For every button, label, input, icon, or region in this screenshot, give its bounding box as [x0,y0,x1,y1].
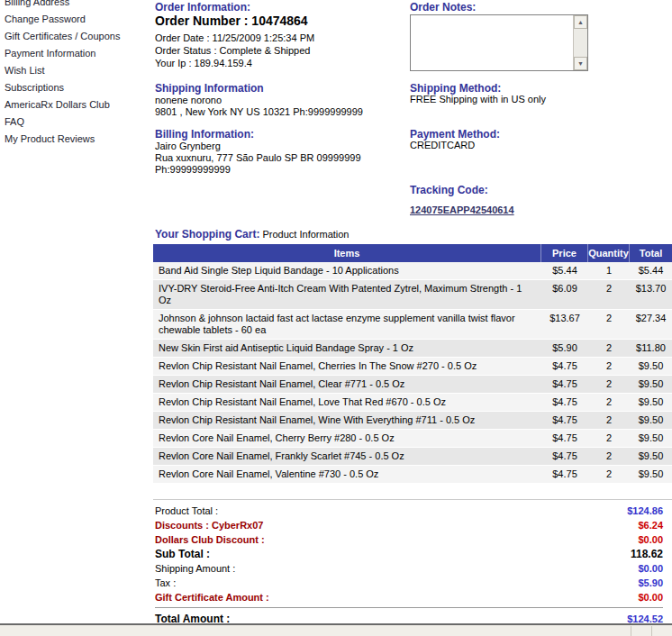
shipping-method-value: FREE Shipping with in US only [410,93,546,105]
totals-row: Shipping Amount :$0.00 [155,561,663,576]
item-name: Johnson & johnson lactaid fast act lacta… [153,310,541,339]
item-total: $5.44 [630,262,672,279]
item-quantity: 2 [588,310,630,339]
totals-value: $0.00 [638,561,663,576]
table-row: New Skin First aid Antiseptic Liquid Ban… [153,340,672,358]
item-name: Revlon Core Nail Enamel, Valentine #730 … [153,466,541,483]
item-price: $4.75 [541,394,588,411]
totals-value: $0.00 [638,590,663,604]
item-total: $13.70 [630,280,672,309]
order-totals: Product Total :$124.86Discounts : CyberR… [153,499,672,626]
column-total: Total [630,244,672,262]
item-quantity: 2 [588,376,630,393]
item-price: $4.75 [541,412,588,429]
totals-row: Product Total :$124.86 [155,504,663,518]
item-price: $5.90 [541,340,588,357]
sidebar-item[interactable]: Gift Certificates / Coupons [0,28,149,45]
tracking-code-link[interactable]: 124075EAPP42540614 [410,204,514,215]
item-total: $9.50 [630,412,672,429]
cart-subheading-label: Product Information [263,229,350,240]
table-row: Johnson & johnson lactaid fast act lacta… [153,310,672,340]
totals-value: $6.24 [638,518,663,532]
item-name: New Skin First aid Antiseptic Liquid Ban… [153,340,541,357]
notes-scrollbar[interactable]: ▲ ▼ [573,15,587,70]
table-row: Revlon Chip Resistant Nail Enamel, Cherr… [153,358,672,376]
totals-value: 118.62 [631,547,663,561]
totals-row: Gift Certificate Amount :$0.00 [155,590,663,604]
sidebar-item[interactable]: Wish List [0,62,149,79]
item-total: $9.50 [630,430,672,447]
sidebar-item[interactable]: Billing Address [0,0,149,11]
item-total: $9.50 [630,466,672,483]
item-name: Revlon Core Nail Enamel, Frankly Scarlet… [153,448,541,465]
billing-address: Rua xuxnuru, 777 São Paulo SP BR 0999999… [155,151,361,164]
status-bar-divider [631,626,631,636]
totals-label: Discounts : CyberRx07 [155,518,263,532]
order-notes-heading: Order Notes: [410,1,476,14]
totals-value: $0.00 [638,532,663,547]
item-quantity: 2 [588,340,630,357]
sidebar-item[interactable]: Payment Information [0,45,149,62]
item-price: $4.75 [541,448,588,465]
shipping-address: 9801 , New York NY US 10321 Ph:999999999… [155,105,363,118]
item-quantity: 1 [588,262,630,279]
order-date: Order Date : 11/25/2009 1:25:34 PM [155,32,314,44]
item-price: $4.75 [541,466,588,483]
order-status: Order Status : Complete & Shipped [155,44,310,57]
item-price: $6.09 [541,280,588,309]
totals-row: Dollars Club Discount :$0.00 [155,532,663,547]
scrollbar-up-icon[interactable]: ▲ [574,15,587,29]
column-price: Price [541,244,588,262]
order-notes-textarea[interactable]: ▲ ▼ [410,14,588,71]
table-row: Revlon Chip Resistant Nail Enamel, Wine … [153,412,672,430]
item-total: $9.50 [630,358,672,375]
column-items: Items [153,244,541,262]
sidebar-item[interactable]: My Product Reviews [0,131,149,148]
item-name: IVY-DRY Steroid-Free Anti-Itch Cream Wit… [153,280,541,309]
totals-label: Product Total : [155,504,218,518]
item-price: $4.75 [541,376,588,393]
scrollbar-down-icon[interactable]: ▼ [574,57,587,70]
item-name: Revlon Chip Resistant Nail Enamel, Clear… [153,376,541,393]
order-number: Order Number : 10474864 [155,14,308,28]
table-row: IVY-DRY Steroid-Free Anti-Itch Cream Wit… [153,280,672,310]
table-row: Revlon Chip Resistant Nail Enamel, Clear… [153,376,672,394]
totals-label: Gift Certificate Amount : [155,590,269,604]
item-quantity: 2 [588,430,630,447]
sidebar-item[interactable]: AmericaRx Dollars Club [0,96,149,114]
cart-table: Items Price Quantity Total Band Aid Sing… [153,244,672,484]
item-quantity: 2 [588,394,630,411]
item-quantity: 2 [588,466,630,483]
table-row: Band Aid Single Step Liquid Bandage - 10… [153,262,672,280]
sidebar-item[interactable]: Change Password [0,11,149,28]
billing-phone: Ph:99999999999 [155,163,231,176]
item-name: Revlon Chip Resistant Nail Enamel, Wine … [153,412,541,429]
payment-method-value: CREDITCARD [410,139,475,151]
table-row: Revlon Core Nail Enamel, Valentine #730 … [153,466,672,484]
sidebar-item[interactable]: FAQ [0,114,149,131]
status-bar [0,623,672,636]
sidebar-item[interactable]: Subscriptions [0,79,149,96]
item-total: $9.50 [630,394,672,411]
totals-value: $5.90 [638,576,663,590]
totals-label: Sub Total : [155,547,210,561]
totals-label: Dollars Club Discount : [155,532,265,547]
table-row: Revlon Core Nail Enamel, Cherry Berry #2… [153,430,672,448]
item-total: $11.80 [630,340,672,357]
item-quantity: 2 [588,358,630,375]
cart-heading-label: Your Shopping Cart: [155,228,259,241]
totals-row: Discounts : CyberRx07$6.24 [155,518,663,532]
totals-label: Tax : [155,576,176,590]
column-quantity: Quantity [588,244,630,262]
item-name: Revlon Chip Resistant Nail Enamel, Love … [153,394,541,411]
totals-row: Tax :$5.90 [155,576,663,590]
item-quantity: 2 [588,412,630,429]
totals-value: $124.86 [627,504,663,518]
item-name: Revlon Core Nail Enamel, Cherry Berry #2… [153,430,541,447]
order-ip: Your Ip : 189.94.159.4 [155,57,252,69]
totals-row: Sub Total :118.62 [155,547,663,561]
billing-information-heading: Billing Information: [155,128,254,141]
shopping-cart-heading: Your Shopping Cart: Product Information [155,228,350,241]
item-name: Revlon Chip Resistant Nail Enamel, Cherr… [153,358,541,375]
shipping-information-heading: Shipping Information [155,82,264,95]
